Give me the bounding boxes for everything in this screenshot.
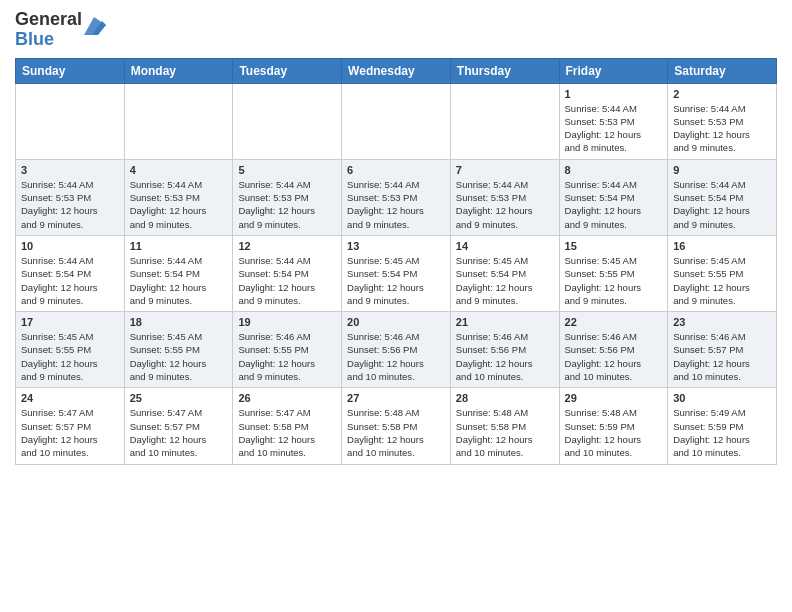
- day-info: Sunrise: 5:44 AMSunset: 5:53 PMDaylight:…: [456, 178, 554, 231]
- calendar-cell: 13Sunrise: 5:45 AMSunset: 5:54 PMDayligh…: [342, 235, 451, 311]
- header: General Blue: [15, 10, 777, 50]
- day-number: 26: [238, 392, 336, 404]
- day-info: Sunrise: 5:45 AMSunset: 5:55 PMDaylight:…: [130, 330, 228, 383]
- calendar-cell: 8Sunrise: 5:44 AMSunset: 5:54 PMDaylight…: [559, 159, 668, 235]
- calendar-cell: 21Sunrise: 5:46 AMSunset: 5:56 PMDayligh…: [450, 312, 559, 388]
- weekday-header-row: SundayMondayTuesdayWednesdayThursdayFrid…: [16, 58, 777, 83]
- calendar-week-row: 3Sunrise: 5:44 AMSunset: 5:53 PMDaylight…: [16, 159, 777, 235]
- calendar-week-row: 10Sunrise: 5:44 AMSunset: 5:54 PMDayligh…: [16, 235, 777, 311]
- weekday-header-wednesday: Wednesday: [342, 58, 451, 83]
- day-info: Sunrise: 5:45 AMSunset: 5:55 PMDaylight:…: [565, 254, 663, 307]
- day-info: Sunrise: 5:45 AMSunset: 5:54 PMDaylight:…: [347, 254, 445, 307]
- day-info: Sunrise: 5:45 AMSunset: 5:55 PMDaylight:…: [673, 254, 771, 307]
- day-number: 11: [130, 240, 228, 252]
- day-number: 1: [565, 88, 663, 100]
- day-info: Sunrise: 5:47 AMSunset: 5:58 PMDaylight:…: [238, 406, 336, 459]
- day-info: Sunrise: 5:44 AMSunset: 5:54 PMDaylight:…: [21, 254, 119, 307]
- day-info: Sunrise: 5:46 AMSunset: 5:55 PMDaylight:…: [238, 330, 336, 383]
- day-number: 22: [565, 316, 663, 328]
- weekday-header-thursday: Thursday: [450, 58, 559, 83]
- calendar-cell: 16Sunrise: 5:45 AMSunset: 5:55 PMDayligh…: [668, 235, 777, 311]
- calendar-cell: 12Sunrise: 5:44 AMSunset: 5:54 PMDayligh…: [233, 235, 342, 311]
- day-number: 27: [347, 392, 445, 404]
- logo-blue: Blue: [15, 29, 54, 49]
- day-number: 24: [21, 392, 119, 404]
- day-info: Sunrise: 5:44 AMSunset: 5:53 PMDaylight:…: [130, 178, 228, 231]
- logo-icon: [84, 17, 106, 35]
- day-number: 2: [673, 88, 771, 100]
- calendar-cell: 28Sunrise: 5:48 AMSunset: 5:58 PMDayligh…: [450, 388, 559, 464]
- day-info: Sunrise: 5:46 AMSunset: 5:57 PMDaylight:…: [673, 330, 771, 383]
- weekday-header-saturday: Saturday: [668, 58, 777, 83]
- calendar-table: SundayMondayTuesdayWednesdayThursdayFrid…: [15, 58, 777, 465]
- day-info: Sunrise: 5:44 AMSunset: 5:53 PMDaylight:…: [21, 178, 119, 231]
- day-info: Sunrise: 5:48 AMSunset: 5:58 PMDaylight:…: [347, 406, 445, 459]
- calendar-cell: 2Sunrise: 5:44 AMSunset: 5:53 PMDaylight…: [668, 83, 777, 159]
- calendar-cell: 15Sunrise: 5:45 AMSunset: 5:55 PMDayligh…: [559, 235, 668, 311]
- day-number: 4: [130, 164, 228, 176]
- day-number: 15: [565, 240, 663, 252]
- day-number: 30: [673, 392, 771, 404]
- day-info: Sunrise: 5:44 AMSunset: 5:54 PMDaylight:…: [673, 178, 771, 231]
- day-info: Sunrise: 5:44 AMSunset: 5:53 PMDaylight:…: [347, 178, 445, 231]
- calendar-week-row: 24Sunrise: 5:47 AMSunset: 5:57 PMDayligh…: [16, 388, 777, 464]
- calendar-cell: 6Sunrise: 5:44 AMSunset: 5:53 PMDaylight…: [342, 159, 451, 235]
- day-number: 16: [673, 240, 771, 252]
- calendar-cell: 22Sunrise: 5:46 AMSunset: 5:56 PMDayligh…: [559, 312, 668, 388]
- day-number: 18: [130, 316, 228, 328]
- day-info: Sunrise: 5:44 AMSunset: 5:53 PMDaylight:…: [238, 178, 336, 231]
- calendar-cell: [16, 83, 125, 159]
- weekday-header-friday: Friday: [559, 58, 668, 83]
- weekday-header-monday: Monday: [124, 58, 233, 83]
- calendar-cell: 1Sunrise: 5:44 AMSunset: 5:53 PMDaylight…: [559, 83, 668, 159]
- day-info: Sunrise: 5:44 AMSunset: 5:54 PMDaylight:…: [565, 178, 663, 231]
- day-info: Sunrise: 5:46 AMSunset: 5:56 PMDaylight:…: [347, 330, 445, 383]
- day-number: 5: [238, 164, 336, 176]
- day-number: 9: [673, 164, 771, 176]
- day-number: 21: [456, 316, 554, 328]
- weekday-header-tuesday: Tuesday: [233, 58, 342, 83]
- day-info: Sunrise: 5:48 AMSunset: 5:59 PMDaylight:…: [565, 406, 663, 459]
- calendar-cell: 29Sunrise: 5:48 AMSunset: 5:59 PMDayligh…: [559, 388, 668, 464]
- calendar-week-row: 1Sunrise: 5:44 AMSunset: 5:53 PMDaylight…: [16, 83, 777, 159]
- calendar-cell: 9Sunrise: 5:44 AMSunset: 5:54 PMDaylight…: [668, 159, 777, 235]
- day-number: 20: [347, 316, 445, 328]
- calendar-cell: 25Sunrise: 5:47 AMSunset: 5:57 PMDayligh…: [124, 388, 233, 464]
- day-number: 17: [21, 316, 119, 328]
- calendar-cell: 11Sunrise: 5:44 AMSunset: 5:54 PMDayligh…: [124, 235, 233, 311]
- calendar-cell: 24Sunrise: 5:47 AMSunset: 5:57 PMDayligh…: [16, 388, 125, 464]
- page: General Blue SundayMondayTuesdayWednesda…: [0, 0, 792, 480]
- day-info: Sunrise: 5:44 AMSunset: 5:54 PMDaylight:…: [238, 254, 336, 307]
- day-info: Sunrise: 5:44 AMSunset: 5:54 PMDaylight:…: [130, 254, 228, 307]
- day-number: 19: [238, 316, 336, 328]
- calendar-cell: [124, 83, 233, 159]
- day-number: 23: [673, 316, 771, 328]
- day-number: 13: [347, 240, 445, 252]
- calendar-cell: 4Sunrise: 5:44 AMSunset: 5:53 PMDaylight…: [124, 159, 233, 235]
- day-info: Sunrise: 5:45 AMSunset: 5:54 PMDaylight:…: [456, 254, 554, 307]
- calendar-cell: 30Sunrise: 5:49 AMSunset: 5:59 PMDayligh…: [668, 388, 777, 464]
- day-number: 10: [21, 240, 119, 252]
- day-info: Sunrise: 5:44 AMSunset: 5:53 PMDaylight:…: [565, 102, 663, 155]
- day-number: 3: [21, 164, 119, 176]
- day-info: Sunrise: 5:49 AMSunset: 5:59 PMDaylight:…: [673, 406, 771, 459]
- day-info: Sunrise: 5:45 AMSunset: 5:55 PMDaylight:…: [21, 330, 119, 383]
- day-number: 6: [347, 164, 445, 176]
- calendar-cell: 19Sunrise: 5:46 AMSunset: 5:55 PMDayligh…: [233, 312, 342, 388]
- day-info: Sunrise: 5:48 AMSunset: 5:58 PMDaylight:…: [456, 406, 554, 459]
- calendar-cell: 26Sunrise: 5:47 AMSunset: 5:58 PMDayligh…: [233, 388, 342, 464]
- day-number: 14: [456, 240, 554, 252]
- day-number: 7: [456, 164, 554, 176]
- day-info: Sunrise: 5:47 AMSunset: 5:57 PMDaylight:…: [130, 406, 228, 459]
- logo-text: General Blue: [15, 10, 82, 50]
- day-info: Sunrise: 5:46 AMSunset: 5:56 PMDaylight:…: [565, 330, 663, 383]
- calendar-cell: 7Sunrise: 5:44 AMSunset: 5:53 PMDaylight…: [450, 159, 559, 235]
- logo-general: General: [15, 9, 82, 29]
- day-info: Sunrise: 5:46 AMSunset: 5:56 PMDaylight:…: [456, 330, 554, 383]
- calendar-cell: 27Sunrise: 5:48 AMSunset: 5:58 PMDayligh…: [342, 388, 451, 464]
- calendar-cell: 17Sunrise: 5:45 AMSunset: 5:55 PMDayligh…: [16, 312, 125, 388]
- calendar-cell: 3Sunrise: 5:44 AMSunset: 5:53 PMDaylight…: [16, 159, 125, 235]
- calendar-week-row: 17Sunrise: 5:45 AMSunset: 5:55 PMDayligh…: [16, 312, 777, 388]
- day-info: Sunrise: 5:47 AMSunset: 5:57 PMDaylight:…: [21, 406, 119, 459]
- calendar-cell: 20Sunrise: 5:46 AMSunset: 5:56 PMDayligh…: [342, 312, 451, 388]
